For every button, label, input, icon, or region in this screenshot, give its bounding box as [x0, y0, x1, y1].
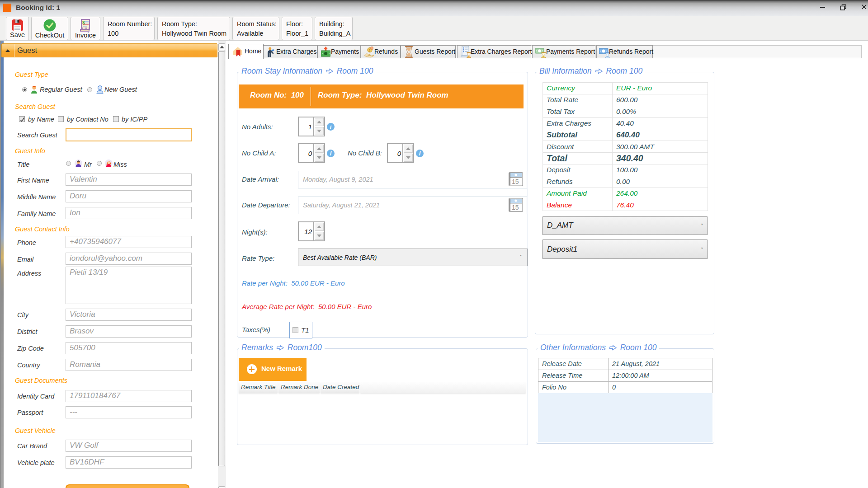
- svg-text:15: 15: [512, 178, 519, 185]
- svg-text:15: 15: [512, 204, 519, 211]
- svg-text:1: 1: [369, 49, 371, 52]
